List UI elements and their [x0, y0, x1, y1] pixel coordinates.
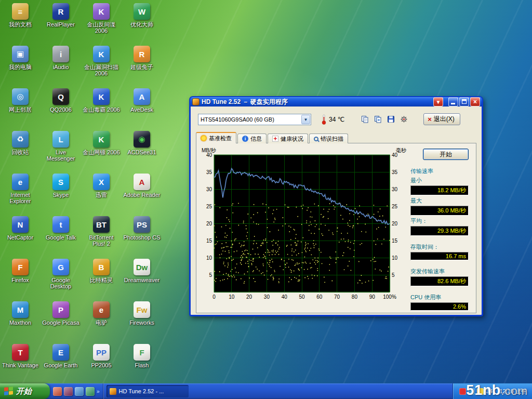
desktop-icon-adobe-reader[interactable]: AAdobe Reader — [123, 174, 161, 198]
desktop-icon-thunder[interactable]: X迅雷 — [82, 174, 121, 198]
quicklaunch-2-icon[interactable] — [64, 387, 73, 396]
desktop-icon-netcaptor[interactable]: NNetCaptor — [1, 216, 39, 241]
quicklaunch-4-icon[interactable] — [86, 387, 95, 396]
taskbar-task-hdtune[interactable]: HD Tune 2.52 - ... — [107, 385, 189, 397]
svg-text:35: 35 — [392, 169, 398, 175]
options-button[interactable] — [398, 114, 410, 125]
desktop-icon-recycle-bin[interactable]: ♻回收站 — [1, 131, 39, 155]
google-picasa-icon: P — [52, 301, 69, 318]
desktop-icon-label: Photoshop CS — [123, 234, 161, 241]
desktop-icon-acdsee31[interactable]: ◉ACDSee31 — [123, 131, 161, 155]
desktop-icon-avedesk[interactable]: AAveDesk — [123, 88, 161, 113]
svg-text:100%: 100% — [383, 294, 396, 300]
stat-label: 平均： — [410, 217, 472, 225]
my-computer-icon: ▣ — [12, 46, 29, 62]
save-button[interactable] — [385, 114, 397, 125]
results-panel: 开始 传输速率最小18.2 MB/秒最大36.0 MB/秒平均：29.3 MB/… — [407, 147, 474, 311]
info-tab-icon — [242, 136, 248, 142]
tab-label: 健康状况 — [281, 135, 303, 143]
quicklaunch-3-icon[interactable] — [75, 387, 84, 396]
desktop-icon-live-messenger[interactable]: LLive Messenger — [42, 131, 80, 162]
desktop-icon-google-picasa[interactable]: PGoogle Picasa — [42, 301, 80, 326]
desktop-icon-kingsoft-duba[interactable]: K金山毒霸 2006 — [82, 88, 121, 113]
desktop-icon-label: 金山反间谍 2006 — [82, 21, 121, 34]
exit-label: 退出(X) — [434, 115, 455, 124]
desktop-icon-google-earth[interactable]: EGoogle Earth — [42, 344, 80, 368]
desktop-icon-label: Think Vantage — [1, 362, 39, 368]
desktop-icon-label: 超级兔子 — [123, 64, 161, 70]
desktop-icon-qq2006[interactable]: QQQ2006 — [42, 88, 80, 113]
tray-icon-1[interactable] — [459, 388, 466, 395]
desktop-icon-label: 迅雷 — [82, 192, 121, 198]
desktop-icon-my-computer[interactable]: ▣我的电脑 — [1, 46, 39, 70]
copy-image-button[interactable] — [372, 114, 384, 125]
desktop-icon-pp2005[interactable]: PPPP2005 — [82, 344, 121, 368]
drive-select-value: HTS541060G9SA00 (60 GB) — [198, 116, 301, 123]
stat-label: 最小 — [410, 177, 472, 184]
close-button[interactable] — [470, 97, 480, 107]
desktop-icon-label: Google Talk — [42, 234, 80, 241]
dropdown-arrow-icon[interactable]: ▼ — [301, 115, 310, 124]
acdsee31-icon: ◉ — [134, 131, 150, 148]
update-download-button[interactable] — [433, 97, 443, 107]
stat-label: 突发传输速率 — [410, 268, 472, 275]
desktop-icon-thinkvantage[interactable]: TThink Vantage — [1, 344, 39, 368]
exit-button[interactable]: × 退出(X) — [423, 113, 460, 125]
tab-health[interactable]: 健康状况 — [268, 134, 308, 143]
desktop-icon-google-talk[interactable]: tGoogle Talk — [42, 216, 80, 241]
desktop-icon-kingsoft-vulnscan[interactable]: K金山漏洞扫描 2006 — [82, 46, 121, 76]
emule-icon: e — [93, 301, 110, 318]
desktop-icon-iaudio[interactable]: iiAudio — [42, 46, 80, 70]
desktop-icon-realplayer[interactable]: RRealPlayer — [42, 3, 80, 28]
stat-value: 2.6% — [410, 302, 469, 311]
desktop-icon-label: 金山网镖 2006 — [82, 149, 121, 155]
tab-benchmark[interactable]: 基准检查 — [196, 132, 236, 143]
temperature-value: 34 ℃ — [329, 116, 344, 123]
desktop-icon-internet-explorer[interactable]: eInternet Explorer — [1, 174, 39, 204]
minimize-button[interactable] — [448, 97, 458, 107]
svg-text:10: 10 — [392, 255, 398, 261]
titlebar[interactable]: HD Tune 2.52 － 硬盘实用程序 — [190, 97, 482, 107]
desktop-icon-label: PP2005 — [82, 362, 121, 368]
desktop-icon-kingsoft-antispy[interactable]: K金山反间谍 2006 — [82, 3, 121, 34]
kingsoft-duba-icon: K — [93, 88, 110, 105]
tab-info[interactable]: 信息 — [237, 134, 267, 143]
quicklaunch-1-icon[interactable] — [53, 387, 62, 396]
desktop-icon-fireworks[interactable]: FwFireworks — [123, 301, 161, 326]
maximize-button[interactable] — [459, 97, 469, 107]
quick-launch-bar: » — [50, 383, 103, 399]
copy-text-button[interactable] — [359, 114, 371, 125]
window-title: HD Tune 2.52 － 硬盘实用程序 — [202, 98, 432, 107]
start-benchmark-button[interactable]: 开始 — [423, 149, 469, 160]
desktop-icon-network-places[interactable]: ◎网上邻居 — [1, 88, 39, 113]
quicklaunch-overflow-chevron[interactable]: » — [97, 389, 100, 394]
desktop-icon-label: iAudio — [42, 64, 80, 70]
adobe-reader-icon: A — [134, 174, 150, 190]
results-list: 传输速率最小18.2 MB/秒最大36.0 MB/秒平均：29.3 MB/秒存取… — [410, 166, 472, 311]
desktop-icon-my-documents[interactable]: ≡我的文档 — [1, 3, 39, 28]
desktop-icon-youhua-dashi[interactable]: W优化大师 — [123, 3, 161, 28]
stat-label: 存取时间： — [410, 243, 472, 251]
desktop-icon-firefox[interactable]: FFirefox — [1, 259, 39, 283]
live-messenger-icon: L — [52, 131, 69, 148]
desktop-icon-photoshop-cs[interactable]: PSPhotoshop CS — [123, 216, 161, 241]
desktop-icon-super-rabbit[interactable]: R超级兔子 — [123, 46, 161, 70]
desktop-icon-kingsoft-netguard[interactable]: K金山网镖 2006 — [82, 131, 121, 155]
desktop-icon-label: 网上邻居 — [1, 107, 39, 113]
desktop-icon-bittorrent-plus[interactable]: BTBitTorrent Plus! 2 — [82, 216, 121, 247]
hdtune-window: HD Tune 2.52 － 硬盘实用程序 HTS541060G9SA00 (6… — [189, 96, 483, 316]
start-menu-button[interactable]: 开始 — [0, 383, 50, 399]
drive-select[interactable]: HTS541060G9SA00 (60 GB) ▼ — [198, 114, 311, 125]
svg-text:60: 60 — [316, 294, 323, 300]
thinkvantage-icon: T — [12, 344, 29, 361]
desktop-icon-google-desktop[interactable]: GGoogle Desktop — [42, 259, 80, 289]
desktop-icon-flash[interactable]: FFlash — [123, 344, 161, 368]
desktop-icon-maxthon[interactable]: MMaxthon — [1, 301, 39, 326]
desktop-icon-label: BitTorrent Plus! 2 — [82, 234, 121, 247]
desktop-icon-skype[interactable]: SSkype — [42, 174, 80, 198]
desktop-icon-dreamweaver[interactable]: DwDreamweaver — [123, 259, 161, 283]
tab-scan[interactable]: 错误扫描 — [309, 134, 348, 143]
google-desktop-icon: G — [52, 259, 69, 275]
desktop-icon-bitspirit[interactable]: B比特精灵 — [82, 259, 121, 283]
desktop-icon-emule[interactable]: e电驴 — [82, 301, 121, 326]
